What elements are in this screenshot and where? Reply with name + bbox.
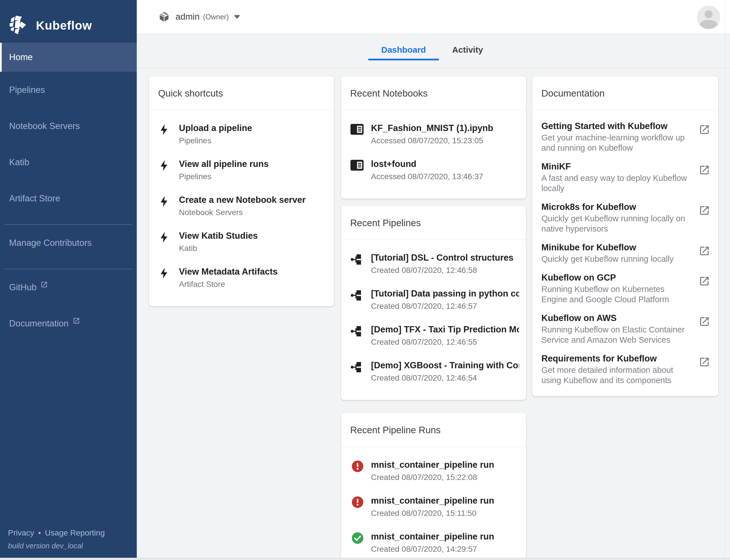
open-in-new-icon xyxy=(699,164,710,193)
shortcut-subtitle: Katib xyxy=(179,244,327,253)
open-in-new-icon xyxy=(699,245,710,264)
card-header: Recent Pipeline Runs xyxy=(341,413,526,447)
pipeline-graph-icon xyxy=(350,360,371,383)
pipeline-item[interactable]: [Demo] TFX - Taxi Tip Prediction Model …… xyxy=(341,324,519,347)
doc-link-aws[interactable]: Kubeflow on AWS Running Kubeflow on Elas… xyxy=(541,312,710,345)
pipeline-meta: Created 08/07/2020, 12:46:58 xyxy=(371,265,519,275)
shortcut-subtitle: Artifact Store xyxy=(179,279,327,289)
doc-link-microk8s[interactable]: Microk8s for Kubeflow Quickly get Kubefl… xyxy=(541,201,710,234)
pipeline-graph-icon xyxy=(350,252,371,275)
sidebar-item-label: Documentation xyxy=(9,318,69,329)
shortcut-title: View Katib Studies xyxy=(179,230,327,241)
pipeline-meta: Created 08/07/2020, 12:46:54 xyxy=(371,373,519,383)
tab-bar: Dashboard Activity xyxy=(137,34,730,68)
sidebar-item-label: Manage Contributors xyxy=(9,238,92,248)
shortcut-view-katib-studies[interactable]: View Katib Studies Katib xyxy=(149,230,327,253)
open-in-new-icon xyxy=(699,356,710,385)
doc-title: Kubeflow on AWS xyxy=(541,312,691,324)
tab-dashboard[interactable]: Dashboard xyxy=(368,34,439,66)
sidebar-item-label: Home xyxy=(9,52,33,62)
check-circle-icon xyxy=(351,531,371,554)
run-meta: Created 08/07/2020, 14:29:57 xyxy=(371,544,519,554)
sidebar-item-manage-contributors[interactable]: Manage Contributors xyxy=(0,225,137,261)
sidebar-item-artifact-store[interactable]: Artifact Store xyxy=(0,180,137,216)
external-link-icon xyxy=(40,281,48,288)
avatar-body xyxy=(700,20,717,29)
card-title: Quick shortcuts xyxy=(158,88,325,99)
shortcut-title: View all pipeline runs xyxy=(179,159,327,169)
open-in-new-icon xyxy=(699,275,710,304)
lightning-bolt-icon xyxy=(158,230,179,253)
doc-link-getting-started[interactable]: Getting Started with Kubeflow Get your m… xyxy=(541,120,710,153)
pipeline-run-item[interactable]: mnist_container_pipeline run Created 08/… xyxy=(341,459,519,482)
pipeline-run-item[interactable]: mnist_container_pipeline run Created 08/… xyxy=(341,531,519,554)
shortcut-view-pipeline-runs[interactable]: View all pipeline runs Pipelines xyxy=(149,159,327,181)
pipeline-item[interactable]: [Tutorial] Data passing in python comp… … xyxy=(341,288,519,311)
shortcut-subtitle: Pipelines xyxy=(179,172,327,181)
pipeline-item[interactable]: [Tutorial] DSL - Control structures Crea… xyxy=(341,252,519,275)
sidebar-item-home[interactable]: Home xyxy=(0,43,137,72)
user-avatar[interactable] xyxy=(697,6,720,29)
kubeflow-logo[interactable]: Kubeflow xyxy=(0,0,137,43)
tab-label: Activity xyxy=(452,45,483,55)
external-link-icon xyxy=(73,317,80,324)
notebook-item[interactable]: KF_Fashion_MNIST (1).ipynb Accessed 08/0… xyxy=(341,123,519,146)
pipeline-item[interactable]: [Demo] XGBoost - Training with Confusi… … xyxy=(341,360,519,383)
pipeline-title: [Tutorial] DSL - Control structures xyxy=(371,252,519,263)
namespace-selector[interactable]: admin (Owner) xyxy=(158,11,240,23)
namespace-name: admin xyxy=(175,12,199,22)
doc-link-minikube[interactable]: Minikube for Kubeflow Quickly get Kubefl… xyxy=(541,242,710,264)
sidebar-item-label: Artifact Store xyxy=(9,193,60,204)
shortcut-upload-pipeline[interactable]: Upload a pipeline Pipelines xyxy=(149,123,327,146)
recent-pipeline-runs-card: Recent Pipeline Runs mnist_container_ xyxy=(341,413,526,560)
sidebar-item-label: Notebook Servers xyxy=(9,121,80,131)
lightning-bolt-icon xyxy=(158,266,179,289)
lightning-bolt-icon xyxy=(158,123,179,146)
notebook-icon xyxy=(350,123,371,146)
sidebar-item-github[interactable]: GitHub xyxy=(0,269,137,305)
shortcut-create-notebook-server[interactable]: Create a new Notebook server Notebook Se… xyxy=(149,195,327,217)
notebook-title: KF_Fashion_MNIST (1).ipynb xyxy=(371,123,519,134)
shortcut-title: Upload a pipeline xyxy=(179,123,327,134)
documentation-card: Documentation Getting Started with Kubef… xyxy=(532,76,718,396)
tab-activity[interactable]: Activity xyxy=(439,34,496,66)
recent-pipelines-card: Recent Pipelines [Tu xyxy=(341,206,526,400)
card-header: Quick shortcuts xyxy=(149,76,334,110)
doc-desc: Running Kubeflow on Elastic Container Se… xyxy=(541,324,691,345)
doc-link-requirements[interactable]: Requirements for Kubeflow Get more detai… xyxy=(541,353,710,385)
run-meta: Created 08/07/2020, 15:11:50 xyxy=(371,508,519,518)
notebook-title: lost+found xyxy=(371,159,519,169)
shortcut-view-metadata-artifacts[interactable]: View Metadata Artifacts Artifact Store xyxy=(149,266,327,289)
sidebar-item-notebook-servers[interactable]: Notebook Servers xyxy=(0,108,137,144)
open-in-new-icon xyxy=(699,316,710,345)
sidebar-divider xyxy=(5,224,132,225)
privacy-link[interactable]: Privacy xyxy=(8,528,34,537)
usage-reporting-link[interactable]: Usage Reporting xyxy=(45,528,105,537)
dropdown-caret-icon xyxy=(234,15,240,19)
sidebar-item-katib[interactable]: Katib xyxy=(0,144,137,180)
sidebar-item-documentation[interactable]: Documentation xyxy=(0,305,137,342)
doc-link-gcp[interactable]: Kubeflow on GCP Running Kubeflow on Kube… xyxy=(541,272,710,304)
build-version-label: build version dev_local xyxy=(8,541,105,550)
kubeflow-logo-icon xyxy=(7,14,31,37)
doc-title: Minikube for Kubeflow xyxy=(541,242,691,253)
doc-title: MiniKF xyxy=(541,161,691,172)
card-header: Recent Notebooks xyxy=(341,76,526,110)
doc-title: Getting Started with Kubeflow xyxy=(541,120,691,132)
sidebar-item-label: GitHub xyxy=(9,282,36,293)
pipeline-meta: Created 08/07/2020, 12:46:55 xyxy=(371,337,519,347)
lightning-bolt-icon xyxy=(158,159,179,181)
card-title: Recent Pipeline Runs xyxy=(350,424,517,436)
run-meta: Created 08/07/2020, 15:22:08 xyxy=(371,473,519,482)
sidebar-item-pipelines[interactable]: Pipelines xyxy=(0,72,137,108)
sidebar: Kubeflow Home Pipelines Notebook Servers… xyxy=(0,0,137,560)
top-toolbar: admin (Owner) xyxy=(137,0,730,34)
doc-link-minikf[interactable]: MiniKF A fast and easy way to deploy Kub… xyxy=(541,161,710,193)
pipeline-title: [Demo] TFX - Taxi Tip Prediction Model … xyxy=(371,324,519,335)
pipeline-run-item[interactable]: mnist_container_pipeline run Created 08/… xyxy=(341,495,519,518)
lightning-bolt-icon xyxy=(158,195,179,217)
notebook-item[interactable]: lost+found Accessed 08/07/2020, 13:46:37 xyxy=(341,159,519,181)
sidebar-footer: Privacy•Usage Reporting build version de… xyxy=(8,528,105,550)
active-indicator xyxy=(0,43,2,72)
active-tab-underline xyxy=(368,59,439,60)
